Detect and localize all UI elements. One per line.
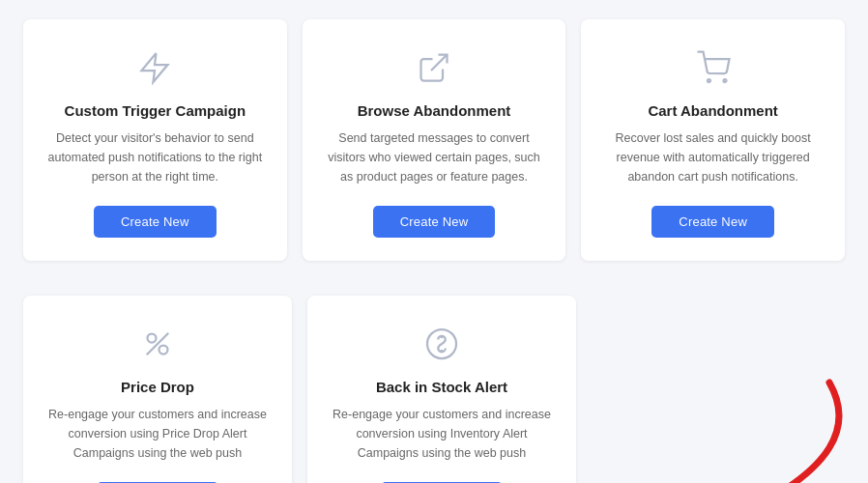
card-cart-abandonment-desc: Recover lost sales and quickly boost rev… xyxy=(600,128,825,186)
card-custom-trigger-desc: Detect your visitor's behavior to send a… xyxy=(43,128,268,186)
svg-point-4 xyxy=(159,346,168,355)
card-back-in-stock-desc: Re-engage your customers and increase co… xyxy=(327,405,557,463)
svg-point-2 xyxy=(723,79,726,82)
card-custom-trigger-create-button[interactable]: Create New xyxy=(94,206,217,238)
card-price-drop-title: Price Drop xyxy=(121,379,194,395)
card-back-in-stock-title: Back in Stock Alert xyxy=(376,379,507,395)
card-browse-abandonment-create-button[interactable]: Create New xyxy=(373,206,496,238)
card-price-drop: Price DropRe-engage your customers and i… xyxy=(23,296,292,483)
card-browse-abandonment-title: Browse Abandonment xyxy=(358,102,511,119)
card-custom-trigger-title: Custom Trigger Campaign xyxy=(65,102,246,119)
card-cart-abandonment-create-button[interactable]: Create New xyxy=(651,206,774,238)
card-custom-trigger: Custom Trigger CampaignDetect your visit… xyxy=(23,19,287,261)
card-price-drop-desc: Re-engage your customers and increase co… xyxy=(43,405,273,463)
external-link-icon xyxy=(413,46,455,89)
svg-point-3 xyxy=(148,334,157,343)
cards-grid-top: Custom Trigger CampaignDetect your visit… xyxy=(0,0,868,296)
cart-icon xyxy=(692,46,735,89)
cards-grid-bottom: Price DropRe-engage your customers and i… xyxy=(0,296,868,483)
lightning-icon xyxy=(133,46,176,89)
svg-line-0 xyxy=(431,55,448,71)
card-browse-abandonment-desc: Send targeted messages to convert visito… xyxy=(322,128,547,186)
card-cart-abandonment: Cart AbandonmentRecover lost sales and q… xyxy=(581,19,845,261)
card-cart-abandonment-title: Cart Abandonment xyxy=(648,102,777,119)
svg-line-5 xyxy=(147,333,169,355)
card-back-in-stock: Back in Stock AlertRe-engage your custom… xyxy=(307,296,576,483)
card-browse-abandonment: Browse AbandonmentSend targeted messages… xyxy=(303,19,566,261)
svg-point-1 xyxy=(708,79,710,82)
dollar-icon xyxy=(420,323,463,365)
percent-icon xyxy=(136,323,179,365)
